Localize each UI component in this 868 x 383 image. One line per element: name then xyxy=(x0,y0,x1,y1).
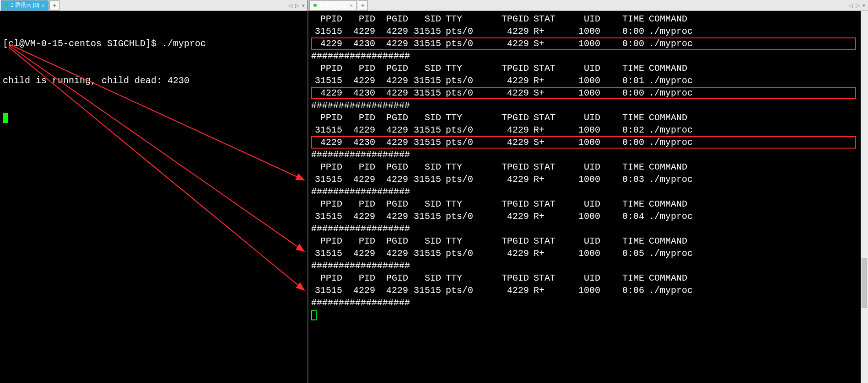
chevron-right-icon[interactable]: ▷ xyxy=(856,2,860,9)
ps-header-row: PPIDPIDPGIDSIDTTYTPGIDSTATUIDTIMECOMMAND xyxy=(311,112,865,124)
terminal-pane-left: 1 腾讯云 [0] × + ◁ ▷ ▾ [cl@VM-0-15-centos S… xyxy=(0,0,308,383)
separator-line: ################## xyxy=(311,297,865,309)
cursor-icon xyxy=(3,113,8,123)
prompt-line: [cl@VM-0-15-centos SIGCHLD]$ ./myproc xyxy=(3,37,305,50)
menu-down-icon[interactable]: ▾ xyxy=(863,2,865,9)
terminal-output-right[interactable]: PPIDPIDPGIDSIDTTYTPGIDSTATUIDTIMECOMMAND… xyxy=(308,11,868,323)
ps-header-row: PPIDPIDPGIDSIDTTYTPGIDSTATUIDTIMECOMMAND xyxy=(311,13,865,25)
tabbar-left: 1 腾讯云 [0] × + ◁ ▷ ▾ xyxy=(0,0,307,11)
status-dot-icon xyxy=(313,4,317,7)
status-dot-icon xyxy=(5,4,8,7)
output-line: child is running, child dead: 4230 xyxy=(3,74,305,87)
tab-add-button-left[interactable]: + xyxy=(49,0,59,11)
tabbar-nav-left: ◁ ▷ ▾ xyxy=(288,2,307,9)
ps-data-row: 315154229422931515pts/04229R+10000:05./m… xyxy=(311,247,865,260)
ps-data-row: 42294230422931515pts/04229S+10000:00./my… xyxy=(311,136,865,149)
chevron-left-icon[interactable]: ◁ xyxy=(849,2,853,9)
separator-line: ################## xyxy=(311,260,865,272)
tab-right-0[interactable]: 1 腾讯云 [1] × xyxy=(309,0,357,11)
ps-header-row: PPIDPIDPGIDSIDTTYTPGIDSTATUIDTIMECOMMAND xyxy=(311,62,865,74)
scrollbar-right[interactable] xyxy=(861,11,868,383)
close-icon[interactable]: × xyxy=(350,3,353,8)
ps-header-row: PPIDPIDPGIDSIDTTYTPGIDSTATUIDTIMECOMMAND xyxy=(311,272,865,284)
separator-line: ################## xyxy=(311,99,865,112)
separator-line: ################## xyxy=(311,149,865,161)
separator-line: ################## xyxy=(311,223,865,235)
terminal-output-left[interactable]: [cl@VM-0-15-centos SIGCHLD]$ ./myproc ch… xyxy=(0,11,307,150)
ps-data-row: 315154229422931515pts/04229R+10000:01./m… xyxy=(311,74,865,87)
separator-line: ################## xyxy=(311,50,865,62)
separator-line: ################## xyxy=(311,186,865,198)
ps-data-row: 315154229422931515pts/04229R+10000:03./m… xyxy=(311,173,865,186)
ps-data-row: 315154229422931515pts/04229R+10000:04./m… xyxy=(311,210,865,223)
ps-data-row: 315154229422931515pts/04229R+10000:06./m… xyxy=(311,284,865,297)
terminal-pane-right: 1 腾讯云 [1] × + ◁ ▷ ▾ PPIDPIDPGIDSIDTTYTPG… xyxy=(308,0,868,383)
tab-add-button-right[interactable]: + xyxy=(358,0,368,11)
scrollbar-thumb[interactable] xyxy=(862,258,867,308)
tab-label: 1 腾讯云 [1] xyxy=(319,1,348,9)
tabbar-right: 1 腾讯云 [1] × + ◁ ▷ ▾ xyxy=(308,0,868,11)
ps-data-row: 315154229422931515pts/04229R+10000:00./m… xyxy=(311,25,865,37)
ps-header-row: PPIDPIDPGIDSIDTTYTPGIDSTATUIDTIMECOMMAND xyxy=(311,198,865,210)
menu-down-icon[interactable]: ▾ xyxy=(302,2,305,9)
ps-data-row: 42294230422931515pts/04229S+10000:00./my… xyxy=(311,37,865,50)
close-icon[interactable]: × xyxy=(42,3,44,8)
ps-data-row: 42294230422931515pts/04229S+10000:00./my… xyxy=(311,87,865,99)
cursor-icon xyxy=(311,310,317,320)
ps-data-row: 315154229422931515pts/04229R+10000:02./m… xyxy=(311,124,865,136)
tabbar-nav-right: ◁ ▷ ▾ xyxy=(849,2,868,9)
chevron-left-icon[interactable]: ◁ xyxy=(288,2,292,9)
tab-left-0[interactable]: 1 腾讯云 [0] × xyxy=(1,0,49,11)
chevron-right-icon[interactable]: ▷ xyxy=(295,2,299,9)
tab-label: 1 腾讯云 [0] xyxy=(11,1,39,9)
ps-header-row: PPIDPIDPGIDSIDTTYTPGIDSTATUIDTIMECOMMAND xyxy=(311,235,865,247)
ps-header-row: PPIDPIDPGIDSIDTTYTPGIDSTATUIDTIMECOMMAND xyxy=(311,161,865,173)
